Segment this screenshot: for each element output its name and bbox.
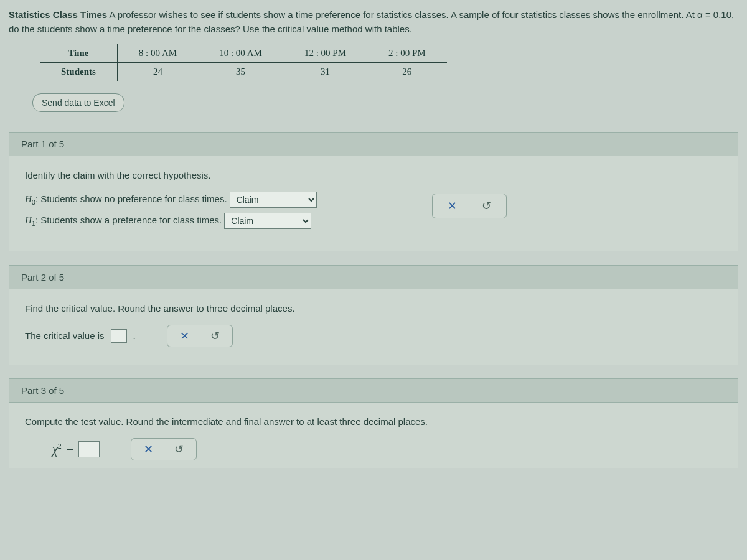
- part-2-header: Part 2 of 5: [9, 265, 738, 289]
- problem-text-body: A professor wishes to see if students sh…: [9, 9, 734, 34]
- table-row-header: Time 8 : 00 AM 10 : 00 AM 12 : 00 PM 2 :…: [40, 44, 447, 63]
- part-3-header: Part 3 of 5: [9, 378, 738, 403]
- cv-period: .: [133, 330, 136, 341]
- col-3: 2 : 00 PM: [367, 44, 447, 63]
- part-3-instruction: Compute the test value. Round the interm…: [25, 416, 722, 427]
- part-2-toolbox: ✕ ↺: [167, 325, 233, 347]
- chi-symbol: χ: [52, 442, 58, 455]
- part-3-toolbox: ✕ ↺: [131, 438, 197, 460]
- h1-symbol: H: [25, 215, 32, 225]
- data-table-area: Time 8 : 00 AM 10 : 00 AM 12 : 00 PM 2 :…: [40, 44, 738, 81]
- data-table: Time 8 : 00 AM 10 : 00 AM 12 : 00 PM 2 :…: [40, 44, 447, 81]
- critical-value-input[interactable]: [111, 329, 127, 343]
- val-2: 31: [283, 62, 367, 81]
- part-1-body: Identify the claim with the correct hypo…: [9, 156, 738, 251]
- reset-icon[interactable]: ↺: [174, 444, 184, 455]
- chi-square-expression: χ2 =: [52, 441, 100, 457]
- clear-icon[interactable]: ✕: [144, 444, 153, 455]
- h1-claim-select[interactable]: Claim: [224, 213, 311, 229]
- clear-icon[interactable]: ✕: [448, 200, 457, 212]
- row-label-students: Students: [40, 62, 117, 81]
- chi-sup: 2: [58, 442, 62, 450]
- h0-line: H0: Students show no preference for clas…: [25, 192, 722, 208]
- h0-symbol: H: [25, 194, 32, 204]
- val-1: 35: [198, 62, 283, 81]
- val-3: 26: [367, 62, 447, 81]
- part-1-instruction: Identify the claim with the correct hypo…: [25, 170, 722, 180]
- equals-sign: =: [67, 442, 73, 456]
- reset-icon[interactable]: ↺: [482, 200, 491, 212]
- send-to-excel-button[interactable]: Send data to Excel: [32, 93, 125, 112]
- val-0: 24: [117, 62, 198, 81]
- part-3-body: Compute the test value. Round the interm…: [9, 403, 738, 468]
- h0-text: : Students show no preference for class …: [35, 194, 227, 204]
- clear-icon[interactable]: ✕: [180, 330, 189, 342]
- col-2: 12 : 00 PM: [283, 44, 367, 63]
- part-2-instruction: Find the critical value. Round the answe…: [25, 303, 722, 314]
- col-0: 8 : 00 AM: [117, 44, 198, 63]
- h1-line: H1: Students show a preference for class…: [25, 213, 722, 229]
- h1-text: : Students show a preference for class t…: [35, 215, 222, 225]
- reset-icon[interactable]: ↺: [210, 330, 220, 342]
- part-1-header: Part 1 of 5: [9, 132, 738, 156]
- h0-claim-select[interactable]: Claim: [230, 192, 317, 208]
- cv-text: The critical value is: [25, 330, 105, 341]
- col-1: 10 : 00 AM: [198, 44, 283, 63]
- part-2-body: Find the critical value. Round the answe…: [9, 289, 738, 365]
- table-row-values: Students 24 35 31 26: [40, 62, 447, 81]
- problem-intro: Statistics Class Times A professor wishe…: [9, 7, 738, 37]
- part-1-toolbox: ✕ ↺: [432, 194, 507, 218]
- row-label-time: Time: [40, 44, 117, 63]
- chi-square-input[interactable]: [78, 441, 100, 457]
- problem-title: Statistics Class Times: [9, 9, 107, 20]
